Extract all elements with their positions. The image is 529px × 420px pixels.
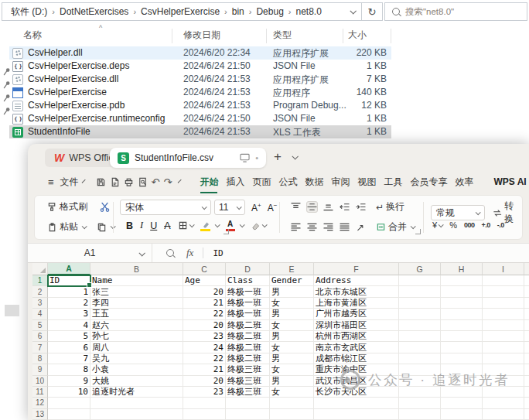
cell[interactable] bbox=[399, 298, 441, 309]
ribbon-tab-view[interactable]: 视图 bbox=[357, 176, 376, 189]
cell[interactable]: 北京市东城区 bbox=[314, 286, 399, 297]
cell[interactable]: 终极二班 bbox=[226, 331, 270, 342]
cell[interactable]: 女 bbox=[270, 320, 314, 331]
font-group-expander[interactable] bbox=[224, 229, 229, 234]
cell[interactable] bbox=[399, 286, 441, 297]
document-tab[interactable]: S StudentInfoFile.csv • bbox=[110, 148, 266, 168]
column-header-B[interactable]: B bbox=[90, 263, 183, 275]
cell[interactable]: 深圳市福田区 bbox=[314, 320, 399, 331]
column-header-J[interactable]: J bbox=[524, 263, 529, 275]
cell[interactable]: 终极三班 bbox=[226, 364, 270, 375]
file-menu-dropdown-icon[interactable] bbox=[81, 179, 85, 183]
cell[interactable]: 上海市黄浦区 bbox=[314, 298, 399, 309]
cell[interactable] bbox=[524, 331, 529, 342]
file-row[interactable]: CsvHelperExercise.pdb2024/6/24 21:53Prog… bbox=[0, 99, 529, 112]
cell[interactable]: 3 bbox=[48, 309, 90, 319]
column-header-type[interactable]: 类型 bbox=[273, 29, 292, 42]
address-dropdown-icon[interactable] bbox=[350, 8, 356, 14]
column-header-size[interactable]: 大小 bbox=[348, 29, 367, 42]
cell[interactable] bbox=[48, 398, 90, 408]
cell[interactable] bbox=[483, 342, 524, 353]
cell[interactable]: 终极一班 bbox=[226, 309, 270, 319]
row-header-1[interactable]: 1 bbox=[32, 275, 48, 286]
cell[interactable]: 赵六 bbox=[90, 320, 183, 331]
cell[interactable] bbox=[399, 409, 441, 420]
align-bottom-button[interactable] bbox=[323, 201, 334, 213]
cell[interactable] bbox=[183, 398, 226, 408]
copy-button[interactable] bbox=[97, 222, 114, 232]
cell[interactable] bbox=[483, 275, 524, 286]
cell[interactable] bbox=[441, 309, 483, 319]
cell[interactable] bbox=[399, 275, 441, 286]
cell[interactable] bbox=[524, 398, 529, 408]
column-header-date[interactable]: 修改日期 bbox=[183, 29, 220, 42]
thousands-separator-button[interactable]: 000 bbox=[464, 221, 475, 229]
cell[interactable] bbox=[441, 320, 483, 331]
select-all-corner[interactable] bbox=[32, 263, 48, 275]
underline-button[interactable]: U bbox=[150, 220, 157, 231]
percent-format-button[interactable]: % bbox=[449, 220, 457, 230]
column-separator[interactable] bbox=[172, 29, 172, 43]
cell[interactable]: 终极二班 bbox=[226, 353, 270, 364]
font-family-select[interactable]: 宋体 bbox=[120, 200, 211, 215]
merge-cells-button[interactable]: 合并 bbox=[376, 220, 415, 234]
column-separator[interactable] bbox=[391, 29, 391, 43]
cell[interactable]: 女 bbox=[270, 364, 314, 375]
cell[interactable] bbox=[90, 398, 183, 408]
save-button[interactable] bbox=[96, 177, 106, 187]
cell[interactable]: Name bbox=[90, 275, 183, 286]
column-header-C[interactable]: C bbox=[183, 263, 226, 275]
ribbon-tab-home[interactable]: 开始 bbox=[200, 176, 218, 189]
undo-button[interactable]: ↶ bbox=[152, 176, 160, 188]
cell[interactable]: 广州市越秀区 bbox=[314, 309, 399, 319]
column-header-F[interactable]: F bbox=[314, 263, 399, 275]
strikethrough-button[interactable]: A bbox=[164, 220, 170, 231]
refresh-button[interactable]: ↻ bbox=[362, 2, 383, 21]
cell[interactable]: Gender bbox=[270, 275, 314, 286]
cell[interactable]: 周八 bbox=[90, 342, 183, 353]
cell[interactable]: 追逐时光者 bbox=[90, 387, 183, 398]
increase-indent-button[interactable] bbox=[355, 201, 367, 213]
cell[interactable] bbox=[48, 409, 90, 420]
cell[interactable]: 23 bbox=[183, 331, 226, 342]
pin-icon[interactable] bbox=[3, 104, 11, 113]
cell[interactable] bbox=[441, 409, 483, 420]
cell[interactable]: 7 bbox=[48, 353, 90, 364]
row-header-11[interactable]: 11 bbox=[32, 387, 48, 398]
cell[interactable]: 终极二班 bbox=[226, 320, 270, 331]
cell[interactable]: 吴九 bbox=[90, 353, 183, 364]
currency-format-button[interactable]: ¥ bbox=[432, 220, 442, 230]
ribbon-tab-insert[interactable]: 插入 bbox=[226, 176, 244, 189]
cell[interactable]: 女 bbox=[270, 298, 314, 309]
cell[interactable] bbox=[183, 409, 226, 420]
align-middle-button[interactable] bbox=[306, 201, 318, 213]
row-header-12[interactable]: 12 bbox=[32, 398, 48, 408]
cell[interactable] bbox=[399, 331, 441, 342]
row-header-13[interactable]: 13 bbox=[32, 409, 48, 420]
zoom-formula-icon[interactable] bbox=[166, 249, 174, 257]
cell[interactable] bbox=[441, 275, 483, 286]
cell[interactable] bbox=[483, 331, 524, 342]
row-header-8[interactable]: 8 bbox=[32, 353, 48, 364]
cell[interactable]: ID bbox=[48, 275, 90, 286]
wrap-text-button[interactable]: ↵ 换行 bbox=[376, 200, 404, 213]
cell[interactable] bbox=[483, 309, 524, 319]
ribbon-tab-review[interactable]: 审阅 bbox=[331, 176, 350, 189]
cell[interactable]: 21 bbox=[183, 364, 226, 375]
cell[interactable]: 终极二班 bbox=[226, 342, 270, 353]
justify-button[interactable] bbox=[339, 221, 350, 233]
cell[interactable] bbox=[270, 398, 314, 408]
name-box-dropdown-icon[interactable] bbox=[138, 250, 145, 256]
row-header-7[interactable]: 7 bbox=[32, 342, 48, 353]
file-row[interactable]: CsvHelperExercise.runtimeconfig2024/6/24… bbox=[0, 112, 529, 125]
cell[interactable]: 男 bbox=[270, 286, 314, 297]
column-header-G[interactable]: G bbox=[399, 263, 441, 275]
cell[interactable] bbox=[483, 286, 524, 297]
cell[interactable]: 孙七 bbox=[90, 331, 183, 342]
cell[interactable]: 终极一班 bbox=[226, 298, 270, 309]
cell[interactable] bbox=[524, 353, 529, 364]
alignment-group-expander[interactable] bbox=[415, 229, 421, 234]
number-format-select[interactable]: 常规 bbox=[431, 205, 485, 220]
ribbon-tab-formula[interactable]: 公式 bbox=[278, 176, 297, 189]
fill-color-button[interactable] bbox=[200, 220, 219, 231]
